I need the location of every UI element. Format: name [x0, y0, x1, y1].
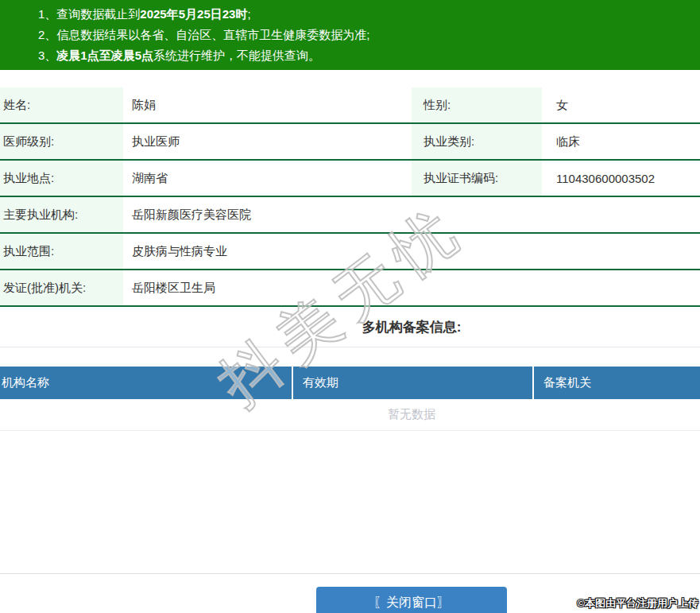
field-label-cert-number: 执业证书编码:	[412, 161, 542, 196]
field-value-category: 临床	[542, 124, 700, 159]
field-value-cert-number: 110430600003502	[542, 161, 700, 196]
field-label-main-institution: 主要执业机构:	[0, 197, 123, 232]
notice-text-bold: 2025年5月25日23时	[140, 7, 247, 21]
field-label-name: 姓名:	[0, 87, 123, 122]
field-value-issuing-authority: 岳阳楼区卫生局	[123, 270, 700, 305]
records-table-header: 机构名称 有效期 备案机关	[0, 367, 700, 399]
notice-number: 1、	[38, 7, 56, 21]
field-value-name: 陈娟	[123, 87, 412, 122]
notice-number: 3、	[38, 48, 56, 62]
field-label-gender: 性别:	[412, 87, 542, 122]
table-row-level-category: 医师级别: 执业医师 执业类别: 临床	[0, 124, 700, 161]
page: 1、查询数据截止到2025年5月25日23时; 2、信息数据结果以各省、自治区、…	[0, 0, 700, 613]
spacer	[0, 347, 700, 367]
table-row-main-institution: 主要执业机构: 岳阳新颜医疗美容医院	[0, 197, 700, 234]
field-value-practice-scope: 皮肤病与性病专业	[123, 234, 700, 269]
table-row-issuing-authority: 发证(批准)机关: 岳阳楼区卫生局	[0, 270, 700, 307]
table-row-location-certno: 执业地点: 湖南省 执业证书编码: 110430600003502	[0, 161, 700, 197]
notice-number: 2、	[38, 28, 56, 41]
field-label-practice-scope: 执业范围:	[0, 234, 123, 269]
column-header-filing-authority: 备案机关	[534, 367, 700, 399]
notice-line-2: 2、信息数据结果以各省、自治区、直辖市卫生健康委数据为准;	[38, 25, 700, 45]
notice-banner: 1、查询数据截止到2025年5月25日23时; 2、信息数据结果以各省、自治区、…	[0, 0, 700, 70]
practitioner-info-table: 姓名: 陈娟 性别: 女 医师级别: 执业医师 执业类别: 临床 执业地点: 湖…	[0, 87, 700, 307]
field-label-category: 执业类别:	[412, 124, 542, 159]
field-value-level: 执业医师	[123, 124, 412, 159]
field-label-level: 医师级别:	[0, 124, 123, 159]
notice-line-1: 1、查询数据截止到2025年5月25日23时;	[38, 4, 700, 25]
table-row-practice-scope: 执业范围: 皮肤病与性病专业	[0, 234, 700, 270]
notice-text: 查询数据截止到	[56, 7, 140, 21]
notice-line-3: 3、凌晨1点至凌晨5点系统进行维护，不能提供查询。	[38, 45, 700, 66]
notice-text: ;	[247, 7, 250, 21]
section-title-multi-institution: 多机构备案信息:	[0, 307, 700, 347]
column-header-institution-name: 机构名称	[0, 367, 293, 399]
spacer	[0, 70, 700, 87]
field-label-issuing-authority: 发证(批准)机关:	[0, 270, 123, 305]
table-row-name-gender: 姓名: 陈娟 性别: 女	[0, 87, 700, 124]
field-value-main-institution: 岳阳新颜医疗美容医院	[123, 197, 700, 232]
close-window-button[interactable]: 〖关闭窗口〗	[316, 587, 507, 613]
spacer	[0, 431, 700, 573]
notice-text-bold: 凌晨1点至凌晨5点	[56, 48, 153, 62]
empty-data-message: 暂无数据	[0, 399, 700, 431]
column-header-validity-period: 有效期	[293, 367, 534, 399]
notice-text: 信息数据结果以各省、自治区、直辖市卫生健康委数据为准;	[56, 28, 369, 41]
field-value-gender: 女	[542, 87, 700, 122]
notice-text: 系统进行维护，不能提供查询。	[153, 48, 320, 62]
field-label-location: 执业地点:	[0, 161, 123, 196]
field-value-location: 湖南省	[123, 161, 412, 196]
footer: 〖关闭窗口〗	[0, 574, 700, 613]
